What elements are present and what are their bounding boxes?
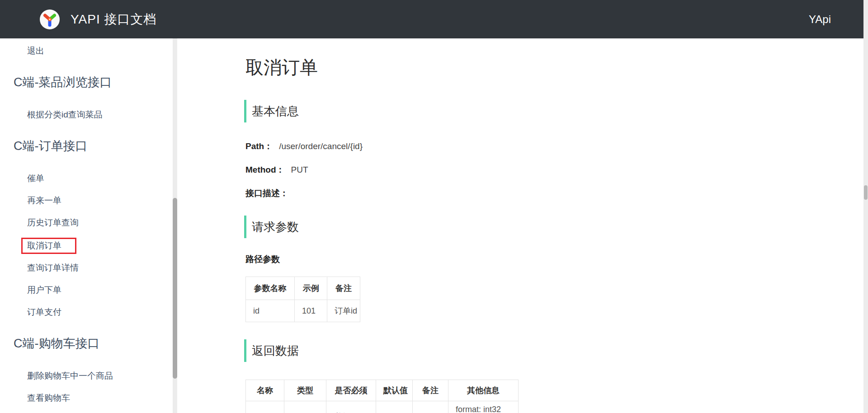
column-header: 类型 [284, 380, 326, 401]
sidebar-item-order-detail[interactable]: 查询订单详情 [27, 263, 79, 273]
sidebar-group-shopping-cart[interactable]: C端-购物车接口 [14, 335, 173, 352]
sidebar-item-view-cart[interactable]: 查看购物车 [27, 393, 70, 403]
sidebar-group-order[interactable]: C端-订单接口 [14, 138, 173, 154]
table-cell [376, 401, 413, 413]
section-heading-response-data: 返回数据 [244, 339, 868, 362]
sidebar-scrollbar-thumb[interactable] [173, 198, 177, 379]
response-data-table: 名称类型是否必须默认值备注其他信息 codeinteger必须format: i… [245, 380, 519, 413]
page-scrollbar-thumb[interactable] [864, 185, 868, 200]
sidebar-item-history-order-query[interactable]: 历史订单查询 [27, 218, 79, 228]
sidebar-item-cancel-order[interactable]: 取消订单 [21, 238, 76, 254]
column-header: 默认值 [376, 380, 413, 401]
method-value: PUT [291, 165, 308, 174]
column-header: 参数名称 [246, 277, 295, 300]
column-header: 其他信息 [448, 380, 519, 401]
column-header: 示例 [295, 277, 327, 300]
app-header: YAPI 接口文档 YApi [0, 0, 863, 38]
yapi-logo-icon [40, 9, 60, 29]
table-header-row: 名称类型是否必须默认值备注其他信息 [246, 380, 519, 401]
sidebar-scrollbar-track[interactable] [173, 38, 177, 413]
table-row: codeinteger必须format: int32 [246, 401, 519, 413]
table-row: id101订单id [246, 300, 360, 322]
path-params-table: 参数名称示例备注 id101订单id [245, 277, 360, 322]
section-heading-request-params: 请求参数 [244, 216, 868, 238]
sidebar-item-order-payment[interactable]: 订单支付 [27, 307, 61, 317]
table-header-row: 参数名称示例备注 [246, 277, 360, 300]
method-row: Method：PUT [245, 164, 868, 176]
description-row: 接口描述： [245, 188, 868, 199]
path-row: Path：/user/order/cancel/{id} [245, 141, 868, 152]
main-content: 取消订单 基本信息 Path：/user/order/cancel/{id} M… [177, 38, 868, 413]
column-header: 名称 [246, 380, 284, 401]
sidebar-nav: 退出C端-菜品浏览接口根据分类id查询菜品C端-订单接口催单再来一单历史订单查询… [0, 38, 173, 403]
table-cell [413, 401, 448, 413]
table-cell: format: int32 [448, 401, 519, 413]
sidebar-item-remind-order[interactable]: 催单 [27, 174, 44, 183]
column-header: 备注 [327, 277, 360, 300]
path-params-table-head: 参数名称示例备注 [246, 277, 360, 300]
response-data-table-body: codeinteger必须format: int32 [246, 401, 519, 413]
column-header: 备注 [413, 380, 448, 401]
table-cell: 订单id [327, 300, 360, 322]
sidebar-group-dish-browse[interactable]: C端-菜品浏览接口 [14, 74, 173, 90]
table-cell: integer [284, 401, 326, 413]
page-title: 取消订单 [245, 56, 868, 78]
section-heading-basic-info: 基本信息 [244, 100, 868, 122]
path-label: Path： [245, 141, 273, 151]
table-cell: code [246, 401, 284, 413]
sidebar-item-user-submit-order[interactable]: 用户下单 [27, 285, 61, 295]
sidebar-item-delete-cart-item[interactable]: 删除购物车中一个商品 [27, 371, 113, 381]
table-cell: 101 [295, 300, 327, 322]
topbar-link-yapi[interactable]: YApi [809, 0, 831, 38]
app-title: YAPI 接口文档 [71, 11, 157, 28]
column-header: 是否必须 [326, 380, 376, 401]
response-data-table-head: 名称类型是否必须默认值备注其他信息 [246, 380, 519, 401]
sidebar-item-query-dish-by-category-id[interactable]: 根据分类id查询菜品 [27, 110, 103, 120]
table-cell: 必须 [326, 401, 376, 413]
sidebar-item-repeat-order[interactable]: 再来一单 [27, 196, 61, 206]
page-scrollbar-track[interactable] [863, 0, 868, 413]
subheading-path-params: 路径参数 [245, 253, 868, 265]
sidebar: 退出C端-菜品浏览接口根据分类id查询菜品C端-订单接口催单再来一单历史订单查询… [0, 38, 173, 413]
description-label: 接口描述： [245, 188, 288, 198]
sidebar-item-logout[interactable]: 退出 [27, 46, 44, 56]
method-label: Method： [245, 165, 285, 174]
path-value: /user/order/cancel/{id} [279, 141, 363, 151]
table-cell: id [246, 300, 295, 322]
path-params-table-body: id101订单id [246, 300, 360, 322]
